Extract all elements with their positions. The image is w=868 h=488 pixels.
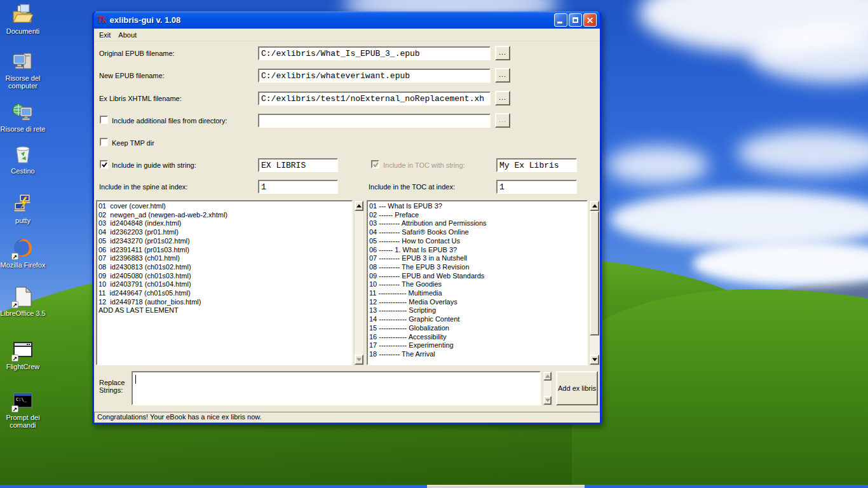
guide-string-input[interactable] [258,158,338,172]
scroll-up-button[interactable] [543,372,552,381]
list-item[interactable]: 09 id2405080 (ch01s03.html) [98,272,351,281]
list-item[interactable]: 18 --------- The Arrival [369,350,587,359]
include-dir-input[interactable] [258,114,491,128]
include-dir-checkbox[interactable] [100,116,108,124]
list-item[interactable]: 10 id2403791 (ch01s04.html) [98,280,351,289]
replace-strings-textarea[interactable] [132,371,541,405]
list-item[interactable]: 08 id2430813 (ch01s02.html) [98,263,351,272]
menu-about[interactable]: About [118,30,142,40]
my-computer-icon [12,51,34,72]
desktop-icon-label: LibreOffice 3.5 [0,309,46,317]
window-client-area: Exit About Original EPUB filename: ... N… [94,29,600,423]
spine-index-input[interactable] [258,180,338,194]
list-item[interactable]: 14 ------------ Graphic Content [369,315,587,324]
desktop-icon-flightcrew[interactable]: ↗ FlightCrew [0,339,46,370]
toc-label: Include in TOC with string: [383,161,465,169]
shortcut-arrow-icon: ↗ [11,253,18,260]
list-item[interactable]: 15 ------------ Globalization [369,324,587,333]
list-item[interactable]: 03 id2404848 (index.html) [98,219,351,228]
desktop-icon-risorse-di-rete[interactable]: Risorse di rete [0,102,46,133]
scroll-up-icon [592,205,597,208]
list-item[interactable]: 04 id2362203 (pr01.html) [98,228,351,237]
guide-checkbox[interactable] [100,160,108,168]
taskbar-edge[interactable] [0,485,868,488]
list-item[interactable]: 02 ------ Preface [369,211,587,220]
desktop-icon-firefox[interactable]: ↗ Mozilla Firefox [0,238,46,269]
desktop-icon-label: Risorse del computer [0,74,46,90]
original-epub-input[interactable] [258,46,491,60]
scroll-down-button[interactable] [355,355,363,365]
minimize-button[interactable] [554,13,567,27]
list-item[interactable]: 12 id2449718 (author_bios.html) [98,298,351,307]
scroll-up-button[interactable] [590,201,599,211]
scroll-down-icon [545,399,550,402]
spine-index-label: Include in the spine at index: [99,183,187,191]
list-item[interactable]: 03 --------- Attribution and Permissions [369,219,587,228]
exlibris-xhtml-input[interactable] [258,92,491,105]
desktop-icon-label: putty [0,217,46,224]
toc-scrollbar[interactable] [589,200,600,365]
close-button[interactable] [583,13,597,27]
list-item[interactable]: 07 --------- EPUB 3 in a Nutshell [369,254,587,263]
desktop-icon-documenti[interactable]: Documenti [0,4,46,35]
scrollbar-thumb[interactable] [590,211,599,336]
spine-listbox[interactable]: 01 cover (cover.html)02 newgen_ad (newge… [96,200,353,365]
keep-tmp-checkbox[interactable] [100,138,108,146]
cloud [693,241,868,286]
browse-new-button[interactable]: ... [495,68,510,83]
list-item[interactable]: 05 id2343270 (pr01s02.html) [98,237,351,246]
desktop-icon-cestino[interactable]: Cestino [0,144,46,175]
list-item[interactable]: 02 newgen_ad (newgen-ad-web-2.xhtml) [98,211,351,220]
list-item[interactable]: 01 cover (cover.html) [98,202,351,211]
new-epub-input[interactable] [258,69,491,83]
toc-index-input[interactable] [496,180,577,194]
list-item[interactable]: 06 id2391411 (pr01s03.html) [98,246,351,255]
spine-scrollbar[interactable] [354,200,364,365]
menu-exit[interactable]: Exit [99,30,116,40]
scroll-down-button[interactable] [543,396,552,405]
list-item[interactable]: 12 ------------ Media Overlays [369,298,587,307]
list-item[interactable]: 06 ------ 1. What Is EPUB 3? [369,246,587,255]
desktop-icon-putty[interactable]: putty [0,193,46,224]
maximize-button[interactable] [569,13,582,27]
grass-hill [572,289,868,488]
desktop-icon-prompt-comandi[interactable]: C:\_ ↗ Prompt dei comandi [0,390,46,429]
list-item[interactable]: 07 id2396883 (ch01.html) [98,254,351,263]
shortcut-arrow-icon: ↗ [11,405,18,412]
desktop-icon-label: Mozilla Firefox [0,261,46,269]
toc-listbox[interactable]: 01 --- What Is EPUB 3?02 ------ Preface0… [367,200,588,365]
list-item[interactable]: 04 --------- Safari® Books Online [369,228,587,237]
list-item[interactable]: 16 ------------ Accessibility [369,333,587,342]
list-item[interactable]: 01 --- What Is EPUB 3? [369,202,587,211]
desktop-icon-label: Documenti [0,27,46,35]
replace-scrollbar[interactable] [543,371,552,405]
scroll-up-icon [356,205,362,208]
network-icon [12,102,34,123]
browse-original-button[interactable]: ... [495,46,510,60]
desktop-icon-risorse-del-computer[interactable]: Risorse del computer [0,51,46,90]
replace-strings-label: Replace Strings: [99,379,130,394]
list-item[interactable]: 09 --------- EPUB and Web Standards [369,272,587,281]
exlibris-gui-window: Tk exlibris-gui v. 1.08 Exit About Origi… [92,11,602,424]
browse-exlibris-button[interactable]: ... [495,91,510,105]
list-item[interactable]: 08 --------- The EPUB 3 Revision [369,263,587,272]
desktop-icon-libreoffice[interactable]: ↗ LibreOffice 3.5 [0,286,46,317]
taskbar-button-edge[interactable] [427,485,585,488]
scroll-up-button[interactable] [355,201,363,211]
list-item[interactable]: 13 ------------ Scripting [369,306,587,315]
list-item[interactable]: 17 ------------ Experimenting [369,341,587,350]
list-item[interactable]: 05 --------- How to Contact Us [369,237,587,246]
new-epub-label: New EPUB filename: [99,72,165,79]
list-item[interactable]: 10 --------- The Goodies [369,280,587,289]
original-epub-label: Original EPUB filename: [99,50,175,57]
desktop-icon-label: Prompt dei comandi [0,414,46,429]
maximize-icon [573,17,578,23]
toc-string-input[interactable] [496,158,577,172]
keep-tmp-label: Keep TMP dir [112,139,154,147]
list-item[interactable]: 11 id2449647 (ch01s05.html) [98,289,351,298]
list-item[interactable]: ADD AS LAST ELEMENT [98,306,351,315]
window-titlebar[interactable]: Tk exlibris-gui v. 1.08 [94,11,600,29]
scroll-down-button[interactable] [590,355,599,365]
add-ex-libris-button[interactable]: Add ex libris [556,371,598,405]
list-item[interactable]: 11 ------------ Multimedia [369,289,587,298]
